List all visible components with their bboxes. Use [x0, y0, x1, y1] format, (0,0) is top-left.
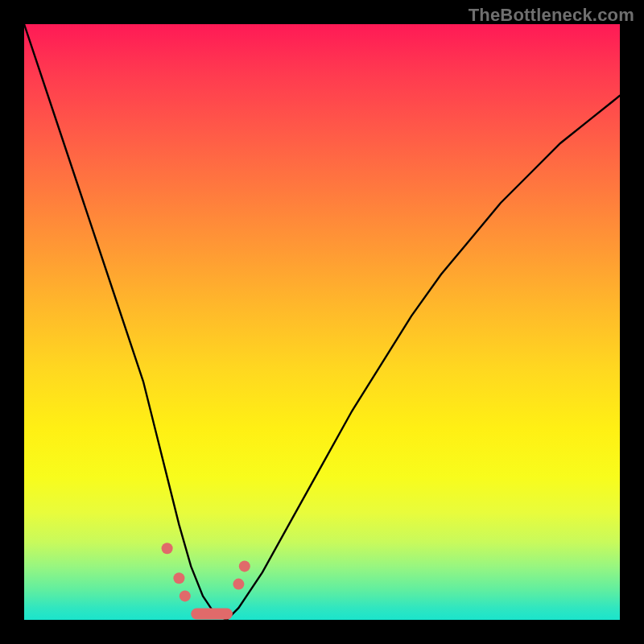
data-marker — [233, 579, 244, 590]
data-pill — [191, 609, 233, 620]
data-marker — [239, 560, 250, 572]
chart-container: TheBottleneck.com — [0, 0, 644, 644]
plot-area — [24, 24, 620, 620]
data-marker — [162, 543, 173, 554]
right-curve — [227, 96, 620, 620]
curves-svg — [24, 24, 620, 620]
watermark-text: TheBottleneck.com — [469, 5, 634, 26]
markers-group — [162, 543, 250, 619]
data-marker — [173, 572, 184, 584]
data-marker — [180, 590, 191, 601]
left-curve — [24, 24, 227, 620]
